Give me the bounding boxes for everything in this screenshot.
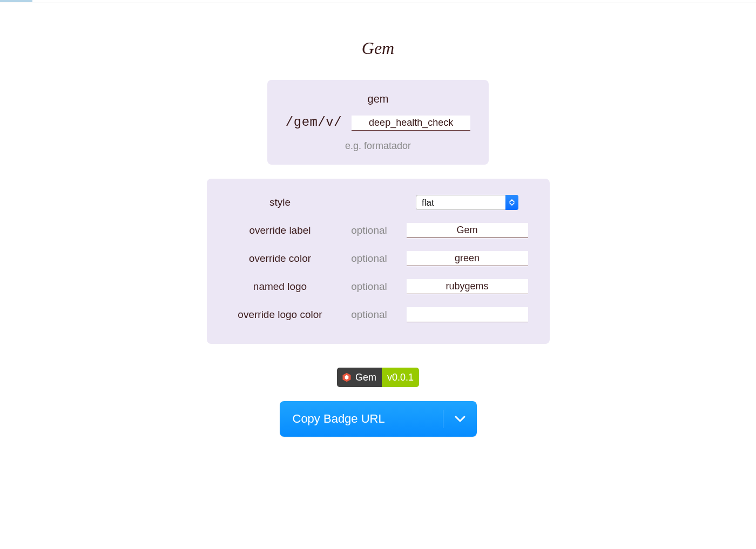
override-label-input[interactable] xyxy=(407,223,528,238)
gem-panel: gem /gem/v/ e.g. formatador xyxy=(267,80,489,165)
override-label-row: override label optional xyxy=(226,216,530,245)
override-logo-color-row: override logo color optional xyxy=(226,301,530,329)
named-logo-hint: optional xyxy=(334,281,404,293)
override-color-input[interactable] xyxy=(407,251,528,266)
copy-badge-url-button[interactable]: Copy Badge URL xyxy=(280,401,443,437)
override-logo-color-label: override logo color xyxy=(226,309,334,321)
page-title: Gem xyxy=(362,38,394,58)
tab-indicator xyxy=(0,0,32,2)
badge-left: Gem xyxy=(337,368,382,387)
gem-path-row: /gem/v/ xyxy=(286,115,470,131)
copy-badge-dropdown-button[interactable] xyxy=(443,401,477,437)
style-label: style xyxy=(226,196,334,208)
badge-preview: Gem v0.0.1 xyxy=(337,368,419,387)
override-label-hint: optional xyxy=(334,225,404,236)
copy-badge-button-group: Copy Badge URL xyxy=(280,401,477,437)
override-color-row: override color optional xyxy=(226,245,530,273)
style-select[interactable]: flat xyxy=(416,195,518,210)
chevron-down-icon xyxy=(454,415,466,423)
gem-example-hint: e.g. formatador xyxy=(345,140,411,152)
override-logo-color-hint: optional xyxy=(334,309,404,321)
badge-label: Gem xyxy=(355,372,376,383)
options-panel: style flat override label optional xyxy=(207,179,550,344)
override-color-hint: optional xyxy=(334,253,404,265)
named-logo-row: named logo optional xyxy=(226,273,530,301)
named-logo-label: named logo xyxy=(226,281,334,293)
rubygems-icon xyxy=(341,372,352,383)
main-content: Gem gem /gem/v/ e.g. formatador style fl… xyxy=(0,3,756,437)
override-logo-color-input[interactable] xyxy=(407,307,528,322)
named-logo-input[interactable] xyxy=(407,279,528,294)
override-label-label: override label xyxy=(226,225,334,236)
path-prefix: /gem/v/ xyxy=(286,115,342,130)
gem-field-caption: gem xyxy=(368,93,389,105)
badge-right: v0.0.1 xyxy=(382,368,419,387)
override-color-label: override color xyxy=(226,253,334,265)
gem-name-input[interactable] xyxy=(352,116,470,131)
badge-value: v0.0.1 xyxy=(387,372,414,383)
style-row: style flat xyxy=(226,188,530,216)
